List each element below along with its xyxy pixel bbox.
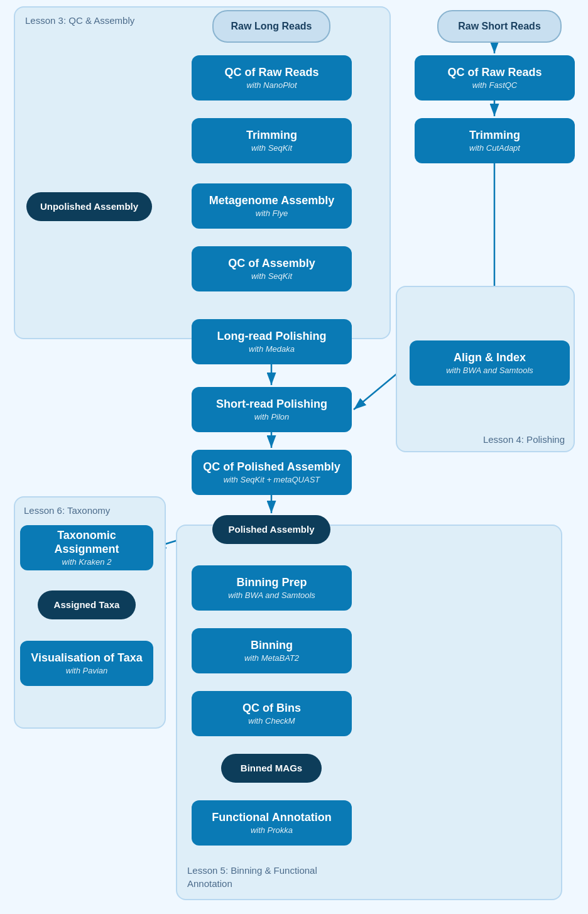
- binned-mags-label: Binned MAGs: [241, 763, 302, 774]
- trimming-short-node: Trimming with CutAdapt: [415, 118, 575, 163]
- short-read-polishing-node: Short-read Polishing with Pilon: [192, 387, 352, 432]
- unpolished-assembly-label: Unpolished Assembly: [40, 201, 138, 212]
- lesson5-label: Lesson 5: Binning & Functional Annotatio…: [187, 864, 325, 890]
- raw-short-reads-node: Raw Short Reads: [437, 10, 562, 43]
- binning-prep-subtitle: with BWA and Samtools: [228, 590, 315, 600]
- visualisation-taxa-node: Visualisation of Taxa with Pavian: [20, 641, 153, 686]
- unpolished-assembly-node: Unpolished Assembly: [26, 192, 152, 221]
- polished-assembly-node: Polished Assembly: [212, 515, 330, 544]
- long-read-polishing-title: Long-read Polishing: [217, 330, 327, 344]
- assigned-taxa-node: Assigned Taxa: [38, 590, 136, 619]
- visualisation-taxa-title: Visualisation of Taxa: [31, 651, 142, 665]
- functional-annotation-subtitle: with Prokka: [251, 825, 293, 835]
- taxonomic-assignment-subtitle: with Kraken 2: [62, 557, 112, 567]
- lesson4-label: Lesson 4: Polishing: [483, 434, 565, 445]
- metagenome-assembly-subtitle: with Flye: [256, 209, 288, 218]
- qc-polished-assembly-node: QC of Polished Assembly with SeqKit + me…: [192, 450, 352, 495]
- short-read-polishing-subtitle: with Pilon: [254, 412, 290, 422]
- assigned-taxa-label: Assigned Taxa: [54, 599, 120, 611]
- binned-mags-node: Binned MAGs: [221, 754, 322, 783]
- short-read-polishing-title: Short-read Polishing: [216, 398, 327, 411]
- long-read-polishing-subtitle: with Medaka: [249, 344, 295, 354]
- qc-assembly-title: QC of Assembly: [228, 257, 315, 271]
- lesson6-label: Lesson 6: Taxonomy: [24, 505, 110, 516]
- qc-bins-subtitle: with CheckM: [248, 716, 295, 726]
- main-container: Lesson 3: QC & Assembly Lesson 4: Polish…: [0, 0, 588, 914]
- qc-polished-assembly-title: QC of Polished Assembly: [203, 460, 340, 474]
- trimming-short-title: Trimming: [469, 129, 520, 143]
- qc-raw-short-node: QC of Raw Reads with FastQC: [415, 55, 575, 101]
- visualisation-taxa-subtitle: with Pavian: [66, 666, 107, 675]
- qc-bins-title: QC of Bins: [242, 702, 301, 715]
- binning-prep-title: Binning Prep: [237, 576, 307, 590]
- taxonomic-assignment-node: Taxonomic Assignment with Kraken 2: [20, 525, 153, 570]
- long-read-polishing-node: Long-read Polishing with Medaka: [192, 319, 352, 364]
- qc-raw-long-title: QC of Raw Reads: [224, 66, 318, 80]
- metagenome-assembly-node: Metagenome Assembly with Flye: [192, 183, 352, 229]
- qc-raw-long-subtitle: with NanoPlot: [246, 80, 297, 90]
- binning-subtitle: with MetaBAT2: [244, 653, 299, 663]
- functional-annotation-title: Functional Annotation: [212, 811, 331, 825]
- polished-assembly-label: Polished Assembly: [229, 524, 315, 535]
- trimming-long-subtitle: with SeqKit: [251, 143, 292, 153]
- trimming-long-title: Trimming: [246, 129, 297, 143]
- lesson3-label: Lesson 3: QC & Assembly: [25, 15, 134, 26]
- functional-annotation-node: Functional Annotation with Prokka: [192, 800, 352, 846]
- qc-polished-assembly-subtitle: with SeqKit + metaQUAST: [224, 475, 320, 484]
- align-index-subtitle: with BWA and Samtools: [446, 366, 533, 375]
- metagenome-assembly-title: Metagenome Assembly: [209, 194, 334, 208]
- taxonomic-assignment-title: Taxonomic Assignment: [28, 529, 146, 556]
- trimming-long-node: Trimming with SeqKit: [192, 118, 352, 163]
- binning-title: Binning: [251, 639, 293, 653]
- align-index-title: Align & Index: [454, 351, 526, 365]
- qc-assembly-node: QC of Assembly with SeqKit: [192, 246, 352, 291]
- qc-assembly-subtitle: with SeqKit: [251, 271, 292, 281]
- qc-raw-short-title: QC of Raw Reads: [447, 66, 542, 80]
- trimming-short-subtitle: with CutAdapt: [469, 143, 520, 153]
- qc-raw-short-subtitle: with FastQC: [472, 80, 518, 90]
- qc-bins-node: QC of Bins with CheckM: [192, 691, 352, 736]
- qc-raw-long-node: QC of Raw Reads with NanoPlot: [192, 55, 352, 101]
- binning-prep-node: Binning Prep with BWA and Samtools: [192, 565, 352, 611]
- raw-long-reads-node: Raw Long Reads: [212, 10, 330, 43]
- binning-node: Binning with MetaBAT2: [192, 628, 352, 673]
- raw-short-reads-label: Raw Short Reads: [458, 20, 541, 32]
- align-index-node: Align & Index with BWA and Samtools: [410, 340, 570, 386]
- raw-long-reads-label: Raw Long Reads: [231, 20, 312, 32]
